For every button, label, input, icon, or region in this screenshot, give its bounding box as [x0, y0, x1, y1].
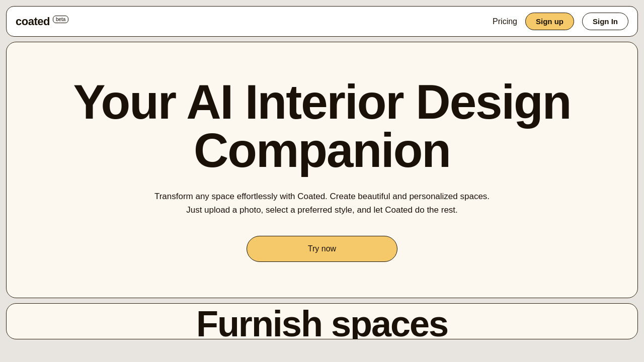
try-now-button[interactable]: Try now	[247, 236, 397, 262]
beta-badge: beta	[53, 16, 68, 23]
navbar: coated beta Pricing Sign up Sign In	[6, 6, 638, 37]
hero-title: Your AI Interior Design Companion	[58, 78, 586, 174]
signin-button[interactable]: Sign In	[582, 13, 628, 30]
logo-text: coated	[16, 15, 50, 28]
nav-right: Pricing Sign up Sign In	[493, 13, 628, 30]
second-section-title: Furnish spaces	[196, 306, 448, 339]
hero-section: Your AI Interior Design Companion Transf…	[6, 42, 638, 298]
logo-area: coated beta	[16, 15, 68, 28]
signup-button[interactable]: Sign up	[525, 13, 574, 30]
hero-subtitle: Transform any space effortlessly with Co…	[151, 190, 493, 217]
pricing-link[interactable]: Pricing	[493, 17, 517, 26]
second-section: Furnish spaces	[6, 303, 638, 339]
